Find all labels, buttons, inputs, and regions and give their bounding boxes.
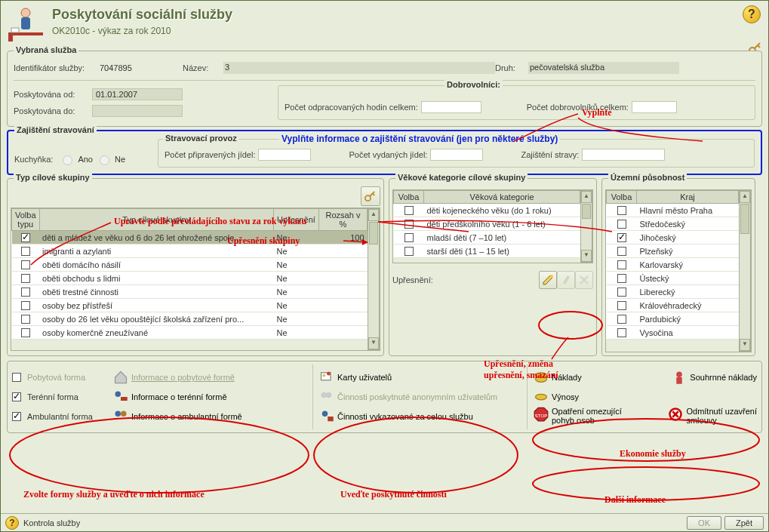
uzemni-table[interactable]: Volba Kraj Hlavní město PrahaStředočeský… xyxy=(606,190,739,340)
link-opatreni1[interactable]: Opatření omezující xyxy=(552,407,622,416)
row-checkbox[interactable] xyxy=(617,260,626,269)
pocet-dobro-input[interactable] xyxy=(632,101,677,113)
table-row[interactable]: Vysočina xyxy=(607,326,739,340)
jidel-input[interactable] xyxy=(258,149,311,161)
scrollbar[interactable]: ▲ ▼ xyxy=(580,190,592,263)
row-checkbox[interactable] xyxy=(617,301,626,310)
row-checkbox[interactable] xyxy=(21,315,30,324)
ok-button[interactable]: OK xyxy=(687,516,721,530)
scrollbar[interactable]: ▲ ▼ xyxy=(739,190,751,352)
back-button[interactable]: Zpět xyxy=(724,516,764,530)
table-row[interactable]: mladší děti (7 –10 let) xyxy=(394,231,580,244)
col-rozsah[interactable]: Rozsah v % xyxy=(319,209,368,231)
col-kat[interactable]: Věková kategorie xyxy=(424,191,580,204)
link-ambulant-info[interactable]: Informace o ambulantní formě xyxy=(131,412,242,421)
upres-label: Upřesnění: xyxy=(392,275,433,284)
table-row[interactable]: Hlavní město Praha xyxy=(607,204,739,217)
table-row[interactable]: Jihočeský xyxy=(607,231,739,244)
cell-kraj: Jihočeský xyxy=(637,231,739,244)
table-row[interactable]: děti předškolního věku (1 - 6 let) xyxy=(394,217,580,231)
table-row[interactable]: Královéhradecký xyxy=(607,299,739,312)
radio-ne[interactable] xyxy=(100,155,109,165)
vydanych-input[interactable] xyxy=(430,149,483,161)
link-odmit2[interactable]: smlouvy xyxy=(686,416,757,425)
row-checkbox[interactable] xyxy=(617,315,626,324)
check-ambulant[interactable] xyxy=(12,412,21,421)
col-volba[interactable]: Volba typu xyxy=(12,209,40,231)
table-row[interactable]: imigranti a azylantiNe xyxy=(12,244,368,258)
row-checkbox[interactable] xyxy=(617,206,626,215)
row-checkbox[interactable] xyxy=(404,206,414,215)
table-row[interactable]: osoby komerčně zneužívanéNe xyxy=(12,326,368,340)
radio-ano[interactable] xyxy=(63,155,72,165)
table-row[interactable]: Plzeňský xyxy=(607,244,739,258)
link-naklady[interactable]: Náklady xyxy=(552,373,612,382)
vekove-table[interactable]: Volba Věková kategorie děti kojeneckého … xyxy=(393,190,580,258)
row-checkbox[interactable] xyxy=(404,220,414,229)
row-checkbox[interactable] xyxy=(617,328,626,337)
do-value[interactable] xyxy=(92,105,183,117)
table-row[interactable]: Středočeský xyxy=(607,217,739,231)
footer-help-icon[interactable]: ? xyxy=(5,516,19,530)
link-celou[interactable]: Činnosti vykazované za celou službu xyxy=(337,412,473,421)
table-row[interactable]: osoby bez přístřešíNe xyxy=(12,299,368,312)
row-checkbox[interactable] xyxy=(617,220,626,229)
link-opatreni2[interactable]: pohyb osob xyxy=(552,416,622,425)
hodin-input[interactable] xyxy=(421,101,481,113)
panel-title: Územní působnost xyxy=(608,173,687,182)
delete-button[interactable] xyxy=(575,271,593,289)
table-row[interactable]: Pardubický xyxy=(607,312,739,326)
row-checkbox[interactable] xyxy=(404,247,414,256)
table-row[interactable]: Ústecký xyxy=(607,272,739,285)
col-kraj[interactable]: Kraj xyxy=(637,191,739,204)
zajisteni-input[interactable] xyxy=(582,149,665,161)
row-checkbox[interactable] xyxy=(617,233,626,242)
svg-point-32 xyxy=(533,467,759,500)
row-checkbox[interactable] xyxy=(21,274,30,283)
kontrola-label[interactable]: Kontrola služby xyxy=(23,518,80,527)
coins-icon xyxy=(534,370,549,385)
pobytova-label: Pobytová forma xyxy=(27,373,110,382)
col-typ[interactable]: Typ cílové skupiny xyxy=(39,209,273,231)
group-vybrana-sluzba: Vybraná služba Identifikátor služby: 704… xyxy=(7,51,762,127)
table-row[interactable]: děti a mládež ve věku od 6 do 26 let ohr… xyxy=(12,231,368,244)
od-value[interactable]: 01.01.2007 xyxy=(92,88,183,100)
table-row[interactable]: starší děti (11 – 15 let) xyxy=(394,244,580,258)
check-terenni[interactable] xyxy=(12,392,21,401)
link-vynosy[interactable]: Výnosy xyxy=(552,392,579,401)
link-karty[interactable]: Karty uživatelů xyxy=(337,373,392,382)
panel-title: Typ cílové skupiny xyxy=(14,173,92,182)
table-row[interactable]: oběti domácího násilíNe xyxy=(12,258,368,272)
row-checkbox[interactable] xyxy=(21,288,30,297)
row-checkbox[interactable] xyxy=(617,247,626,256)
col-upres[interactable]: Upřesnění xyxy=(274,209,319,231)
add-button[interactable] xyxy=(539,271,557,289)
link-pobytova-info[interactable]: Informace o pobytové formě xyxy=(131,373,235,382)
help-button[interactable]: ? xyxy=(743,5,761,23)
check-pobytova[interactable] xyxy=(12,373,21,382)
scrollbar[interactable]: ▲ ▼ xyxy=(368,208,380,350)
link-odmit1[interactable]: Odmítnutí uzavření xyxy=(686,407,757,416)
table-row[interactable]: Liberecký xyxy=(607,285,739,299)
row-checkbox[interactable] xyxy=(21,233,30,242)
table-row[interactable]: oběti trestné činnostiNe xyxy=(12,285,368,299)
col-volba[interactable]: Volba xyxy=(607,191,637,204)
row-checkbox[interactable] xyxy=(21,328,30,337)
table-row[interactable]: oběti obchodu s lidmiNe xyxy=(12,272,368,285)
col-volba[interactable]: Volba xyxy=(394,191,424,204)
cell-kraj: Pardubický xyxy=(637,312,739,326)
link-terenni-info[interactable]: Informace o terénní formě xyxy=(131,392,227,401)
table-row[interactable]: děti kojeneckého věku (do 1 roku) xyxy=(394,204,580,217)
edit-button[interactable] xyxy=(557,271,575,289)
row-checkbox[interactable] xyxy=(404,233,414,242)
row-checkbox[interactable] xyxy=(21,260,30,269)
typ-skupiny-table[interactable]: Volba typu Typ cílové skupiny Upřesnění … xyxy=(11,208,368,340)
row-checkbox[interactable] xyxy=(21,301,30,310)
row-checkbox[interactable] xyxy=(617,274,626,283)
link-souhrnne[interactable]: Souhrnné náklady xyxy=(690,373,757,382)
table-row[interactable]: Karlovarský xyxy=(607,258,739,272)
table-row[interactable]: osoby do 26 let věku opouštějící školská… xyxy=(12,312,368,326)
row-checkbox[interactable] xyxy=(617,288,626,297)
key-button[interactable] xyxy=(361,186,380,206)
row-checkbox[interactable] xyxy=(21,247,30,256)
